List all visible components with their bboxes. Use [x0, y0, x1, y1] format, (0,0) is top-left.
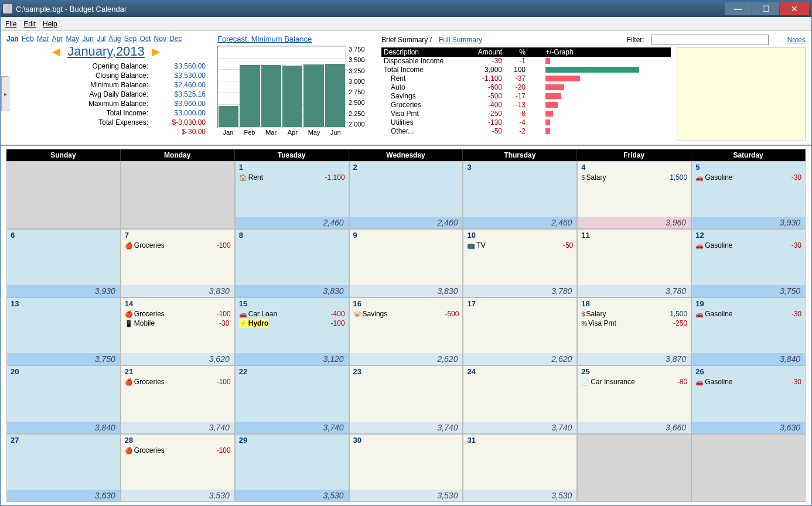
balance-value: $2,460.00 — [153, 81, 206, 89]
item-icon: 🚗 — [695, 173, 704, 182]
item-icon: 🚗 — [695, 241, 704, 250]
menu-edit[interactable]: Edit — [23, 20, 36, 28]
month-link-apr[interactable]: Apr — [52, 35, 63, 43]
day-number: 22 — [236, 366, 349, 377]
calendar-cell[interactable]: 133,750 — [6, 298, 121, 365]
item-icon: 📺 — [467, 241, 475, 250]
item-name: Car Insurance — [591, 377, 634, 387]
calendar-cell[interactable]: 83,830 — [235, 229, 349, 297]
calendar-cell[interactable]: 293,530 — [235, 434, 349, 502]
chart-bar — [303, 64, 323, 127]
item-name: Gasoline — [705, 377, 732, 387]
daily-balance: 3,780 — [463, 285, 576, 297]
calendar-cell[interactable]: 5🚗Gasoline-303,930 — [691, 161, 806, 229]
day-number: 20 — [7, 366, 120, 377]
summary-desc: Total Income — [381, 66, 469, 74]
day-header: Wednesday — [349, 149, 463, 161]
item-name: Salary — [586, 309, 606, 319]
chart-xaxis: JanFebMarAprMayJun — [217, 129, 370, 136]
month-link-jul[interactable]: Jul — [97, 35, 105, 43]
summary-pct: -2 — [504, 127, 528, 136]
month-link-may[interactable]: May — [66, 35, 79, 43]
calendar-cell[interactable]: 63,930 — [6, 229, 121, 297]
item-icon: 🏠 — [239, 173, 247, 182]
item-name: Salary — [586, 173, 606, 182]
forecast-chart[interactable] — [217, 46, 346, 128]
daily-balance: 3,870 — [578, 353, 691, 365]
filter-input[interactable] — [651, 35, 769, 45]
month-link-feb[interactable]: Feb — [22, 35, 34, 43]
month-link-jan[interactable]: Jan — [6, 35, 19, 43]
month-link-sep[interactable]: Sep — [124, 35, 137, 43]
calendar-cell[interactable]: 14🍎Groceries-100📱Mobile-30'3,620 — [121, 298, 235, 365]
month-link-nov[interactable]: Nov — [154, 35, 166, 43]
chart-bar — [240, 65, 260, 127]
notes-link[interactable]: Notes — [787, 36, 806, 44]
calendar-cell[interactable]: 313,530 — [463, 434, 577, 502]
item-name: TV — [476, 241, 485, 250]
balance-label: Closing Balance: — [6, 71, 153, 80]
month-link-aug[interactable]: Aug — [108, 35, 121, 43]
calendar-cell[interactable]: 233,740 — [349, 365, 463, 433]
calendar-cell[interactable]: 273,630 — [6, 434, 121, 502]
notes-area[interactable] — [677, 47, 806, 141]
full-summary-link[interactable]: Full Summary — [439, 36, 482, 44]
summary-desc: Utilities — [381, 118, 469, 127]
chart-title[interactable]: Forecast: Minimum Balance — [217, 35, 312, 43]
day-number: 1 — [236, 162, 349, 173]
item-icon: % — [581, 319, 587, 328]
daily-balance: 2,460 — [350, 217, 463, 228]
calendar-cell[interactable]: 172,620 — [463, 298, 577, 365]
calendar-cell[interactable]: 16🐷Savings-5002,620 — [349, 298, 463, 365]
calendar-cell[interactable]: 25📄Car Insurance-803,660 — [577, 365, 691, 433]
menu-file[interactable]: File — [5, 20, 16, 28]
calendar-cell[interactable]: 113,780 — [577, 229, 691, 297]
month-title[interactable]: January,2013 — [67, 44, 145, 59]
close-button[interactable]: ✕ — [780, 2, 809, 15]
daily-balance: 3,740 — [236, 422, 349, 433]
month-link-jun[interactable]: Jun — [82, 35, 93, 43]
calendar-cell[interactable]: 28🍎Groceries-1003,530 — [121, 434, 235, 502]
calendar-cell[interactable]: 203,840 — [6, 365, 121, 433]
summary-pct: 100 — [504, 66, 528, 74]
calendar-cell[interactable]: 12🚗Gasoline-303,750 — [691, 229, 806, 297]
item-name: Mobile — [134, 319, 155, 328]
daily-balance: 2,460 — [236, 217, 349, 228]
day-number: 21 — [121, 366, 234, 377]
minimize-button[interactable]: — — [725, 2, 752, 15]
calendar-cell[interactable]: 18$Salary1,500%Visa Pmt-2503,870 — [577, 298, 691, 365]
month-link-oct[interactable]: Oct — [140, 35, 151, 43]
calendar-cell[interactable]: 93,830 — [349, 229, 463, 297]
day-number: 6 — [7, 230, 120, 241]
item-name: Visa Pmt — [588, 319, 616, 328]
window-title: C:\sample.bgt - Budget Calendar — [16, 5, 725, 13]
calendar-cell[interactable]: 19🚗Gasoline-303,840 — [691, 298, 806, 365]
calendar-cell[interactable]: 10📺TV-503,780 — [463, 229, 577, 297]
item-amount: -100 — [217, 241, 231, 250]
calendar-cell[interactable]: 32,460 — [463, 161, 577, 229]
calendar-cell[interactable]: 26🚗Gasoline-303,630 — [691, 365, 806, 433]
item-amount: -500 — [445, 309, 459, 319]
item-name: Groceries — [134, 241, 165, 250]
calendar-cell[interactable]: 223,740 — [235, 365, 349, 433]
calendar-cell[interactable]: 15🚗Car Loan-400⚡Hydro-1003,120 — [235, 298, 349, 365]
chart-bar — [325, 64, 345, 127]
balance-label: Total Expenses: — [6, 118, 153, 126]
daily-balance: 3,630 — [7, 490, 120, 501]
calendar-cell[interactable]: 21🍎Groceries-1003,740 — [121, 365, 235, 433]
calendar-cell[interactable]: 1🏠Rent-1,1002,460 — [235, 161, 349, 229]
calendar-cell[interactable]: 243,740 — [463, 365, 577, 433]
prev-month-button[interactable]: ◀ — [52, 45, 60, 58]
maximize-button[interactable]: ☐ — [752, 2, 779, 15]
calendar-cell[interactable]: 4$Salary1,5003,960 — [577, 161, 691, 229]
menu-help[interactable]: Help — [43, 20, 57, 28]
daily-balance: 3,740 — [121, 422, 234, 433]
month-link-mar[interactable]: Mar — [37, 35, 49, 43]
calendar-cell[interactable]: 303,530 — [349, 434, 463, 502]
calendar-cell[interactable]: 7🍎Groceries-1003,830 — [121, 229, 235, 297]
next-month-button[interactable]: ▶ — [152, 45, 160, 58]
calendar-grid: 1🏠Rent-1,1002,46022,46032,4604$Salary1,5… — [6, 161, 806, 502]
daily-balance: 3,530 — [121, 490, 234, 501]
month-link-dec[interactable]: Dec — [169, 35, 182, 43]
calendar-cell[interactable]: 22,460 — [349, 161, 463, 229]
